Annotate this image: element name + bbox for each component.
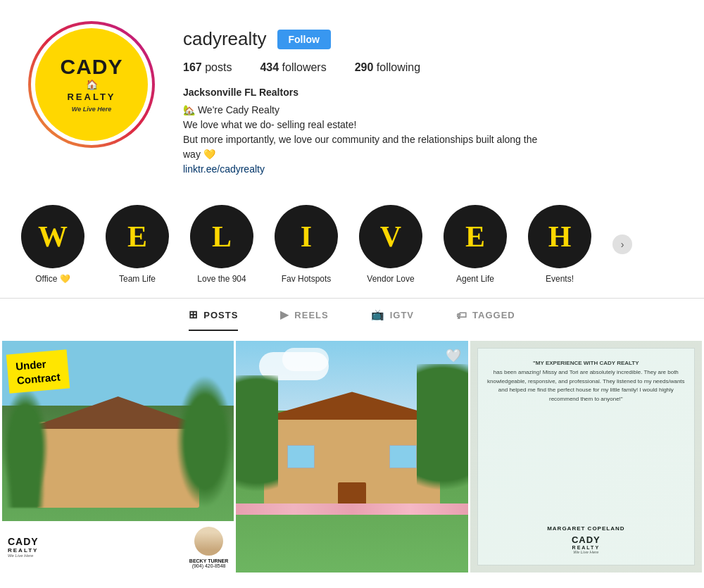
username-row: cadyrealty Follow — [183, 28, 676, 50]
avatar[interactable]: CADY 🏠 REALTY We Live Here — [28, 21, 155, 148]
highlight-vendor[interactable]: V Vendor Love — [359, 205, 422, 284]
highlight-label-teamlife: Team Life — [119, 274, 156, 284]
tab-igtv[interactable]: 📺 IGTV — [371, 308, 414, 331]
house-icon: 🏠 — [86, 79, 98, 90]
posts-count: 167 — [183, 61, 202, 73]
posts-stat[interactable]: 167 posts — [183, 61, 232, 74]
highlight-label-office: Office 💛 — [35, 274, 70, 284]
highlight-circle-teamlife: E — [106, 205, 169, 268]
tab-tagged[interactable]: 🏷 TAGGED — [456, 308, 515, 331]
post-item-2[interactable]: 🤍 — [236, 341, 467, 573]
following-stat[interactable]: 290 following — [355, 61, 420, 74]
highlight-office[interactable]: W Office 💛 — [21, 205, 84, 284]
highlights-section: W Office 💛 E Team Life L Love the 904 I … — [0, 191, 704, 291]
post-item-1[interactable]: UnderContract CADY REALTY We Live Here B… — [2, 341, 234, 573]
highlight-circle-office: W — [21, 205, 84, 268]
highlight-circle-904: L — [190, 205, 253, 268]
post1-logo-cady: CADY — [8, 536, 39, 547]
followers-stat[interactable]: 434 followers — [260, 61, 326, 74]
highlights-next-arrow[interactable]: › — [612, 234, 632, 254]
highlight-label-hotspots: Fav Hotspots — [282, 274, 332, 284]
agent-avatar — [193, 525, 225, 557]
bio-line3: But more importantly, we love our commun… — [183, 132, 676, 147]
highlight-events[interactable]: H Events! — [528, 205, 591, 284]
testimonial-headline: "MY EXPERIENCE WITH CADY REALTY — [486, 359, 686, 368]
testimonial-logo-cady: CADY — [547, 534, 624, 545]
bio-link[interactable]: linktr.ee/cadyrealty — [183, 163, 265, 175]
highlight-label-events: Events! — [546, 274, 574, 284]
posts-label: posts — [205, 61, 232, 73]
testimonial-logo-tagline: We Live Here — [547, 550, 624, 554]
following-label: following — [377, 61, 420, 73]
reels-icon: ▶ — [280, 308, 289, 321]
username: cadyrealty — [183, 28, 267, 50]
logo-tagline: We Live Here — [72, 106, 111, 113]
testimonial-logo-realty: REALTY — [547, 545, 624, 550]
following-count: 290 — [355, 61, 374, 73]
under-contract-tag: UnderContract — [6, 349, 70, 393]
tab-reels-label: REELS — [294, 310, 328, 320]
posts-grid: UnderContract CADY REALTY We Live Here B… — [0, 341, 704, 573]
highlight-circle-vendor: V — [359, 205, 422, 268]
highlight-label-agent: Agent Life — [456, 274, 494, 284]
profile-info: cadyrealty Follow 167 posts 434 follower… — [183, 21, 676, 177]
tagged-icon: 🏷 — [456, 309, 467, 321]
testimonial-author: MARGARET COPELAND — [547, 525, 624, 532]
post-item-3[interactable]: "MY EXPERIENCE WITH CADY REALTY has been… — [470, 341, 702, 573]
tab-tagged-label: TAGGED — [472, 310, 515, 320]
highlight-circle-events: H — [528, 205, 591, 268]
post1-logo-realty: REALTY — [8, 547, 39, 553]
igtv-icon: 📺 — [371, 308, 385, 321]
posts-icon: ⊞ — [189, 308, 199, 321]
highlight-agent[interactable]: E Agent Life — [444, 205, 507, 284]
highlight-circle-hotspots: I — [275, 205, 338, 268]
tabs-row: ⊞ POSTS ▶ REELS 📺 IGTV 🏷 TAGGED — [0, 299, 704, 341]
post2-heart-icon: 🤍 — [446, 348, 461, 363]
tab-posts-label: POSTS — [203, 310, 238, 320]
tab-posts[interactable]: ⊞ POSTS — [189, 308, 238, 331]
highlight-circle-agent: E — [444, 205, 507, 268]
bio-section: Jacksonville FL Realtors 🏡 We're Cady Re… — [183, 85, 676, 177]
testimonial-body: has been amazing! Missy and Tori are abs… — [487, 369, 684, 402]
logo-cady: CADY — [60, 56, 122, 77]
profile-section: CADY 🏠 REALTY We Live Here cadyrealty Fo… — [0, 0, 704, 191]
bio-line4: way 💛 — [183, 147, 676, 162]
tab-reels[interactable]: ▶ REELS — [280, 308, 328, 331]
highlight-hotspots[interactable]: I Fav Hotspots — [275, 205, 338, 284]
bio-name: Jacksonville FL Realtors — [183, 85, 676, 100]
followers-count: 434 — [260, 61, 279, 73]
post1-logo-tagline: We Live Here — [8, 553, 39, 558]
tab-igtv-label: IGTV — [390, 310, 414, 320]
bio-line2: We love what we do- selling real estate! — [183, 118, 676, 132]
highlight-904[interactable]: L Love the 904 — [190, 205, 253, 284]
logo-realty: REALTY — [67, 92, 115, 104]
stats-row: 167 posts 434 followers 290 following — [183, 61, 676, 74]
bio-line1: 🏡 We're Cady Realty — [183, 103, 676, 118]
tabs-section: ⊞ POSTS ▶ REELS 📺 IGTV 🏷 TAGGED — [0, 298, 704, 341]
followers-label: followers — [282, 61, 327, 73]
highlight-label-vendor: Vendor Love — [367, 274, 414, 284]
highlight-teamlife[interactable]: E Team Life — [106, 205, 169, 284]
highlight-label-904: Love the 904 — [197, 274, 246, 284]
agent-name: BECKY TURNER(904) 420-8548 — [189, 558, 229, 568]
follow-button[interactable]: Follow — [277, 30, 331, 49]
